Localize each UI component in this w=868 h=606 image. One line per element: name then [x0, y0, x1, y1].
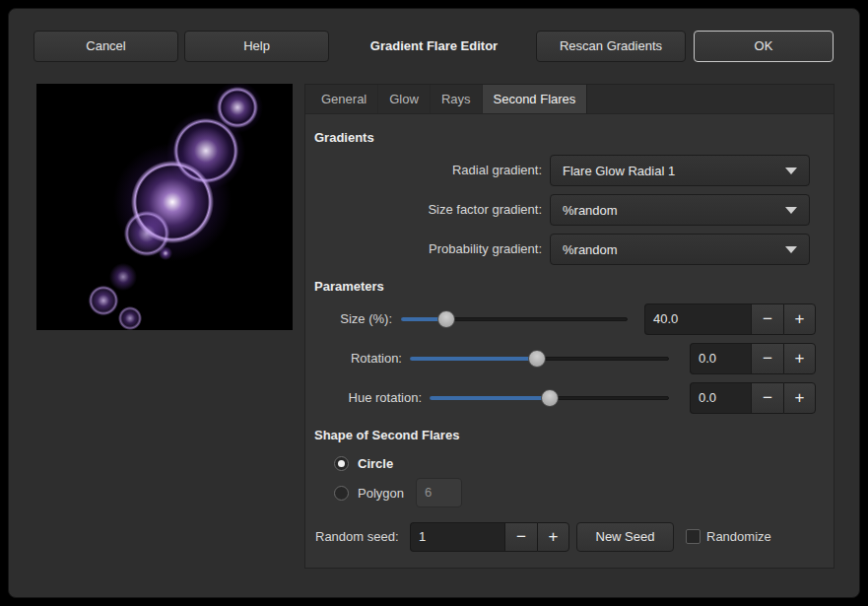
probability-gradient-label: Probability gradient:	[315, 234, 542, 265]
circle-radio[interactable]	[334, 456, 349, 471]
ok-button[interactable]: OK	[694, 31, 834, 62]
rotation-slider[interactable]	[410, 343, 669, 374]
flare-preview-image	[36, 84, 293, 330]
rotation-increment-button[interactable]: +	[783, 343, 816, 374]
hue-rotation-slider[interactable]	[430, 382, 669, 414]
size-value[interactable]: 40.0	[644, 303, 751, 335]
parameters-section-title: Parameters	[314, 279, 384, 294]
probability-gradient-value: %random	[563, 242, 618, 257]
chevron-down-icon	[785, 168, 797, 174]
random-seed-increment-button[interactable]: +	[537, 522, 569, 552]
gradients-section-title: Gradients	[314, 130, 374, 145]
rotation-decrement-button[interactable]: −	[751, 343, 783, 374]
slider-handle[interactable]	[528, 350, 546, 368]
radial-gradient-dropdown[interactable]: Flare Glow Radial 1	[550, 155, 810, 186]
slider-handle[interactable]	[541, 389, 559, 407]
size-increment-button[interactable]: +	[783, 303, 816, 335]
size-factor-gradient-value: %random	[563, 203, 618, 218]
rotation-label: Rotation:	[315, 343, 402, 374]
size-label: Size (%):	[315, 303, 392, 335]
size-slider[interactable]	[401, 303, 628, 335]
hue-rotation-increment-button[interactable]: +	[783, 382, 816, 414]
settings-panel: General Glow Rays Second Flares Gradient…	[304, 84, 835, 569]
randomize-checkbox[interactable]	[686, 529, 701, 544]
hue-rotation-label: Hue rotation:	[315, 382, 422, 414]
tab-glow[interactable]: Glow	[378, 85, 431, 113]
radial-gradient-value: Flare Glow Radial 1	[563, 164, 675, 178]
rotation-spinbox: 0.0 − +	[690, 343, 816, 374]
random-seed-label: Random seed:	[315, 522, 403, 552]
slider-fill	[430, 396, 550, 400]
rescan-gradients-button[interactable]: Rescan Gradients	[536, 31, 686, 62]
tab-second-flares[interactable]: Second Flares	[483, 85, 588, 113]
radial-gradient-label: Radial gradient:	[315, 155, 542, 186]
polygon-sides-field[interactable]: 6	[416, 478, 462, 507]
slider-handle[interactable]	[437, 310, 455, 328]
chevron-down-icon	[785, 207, 797, 214]
hue-rotation-decrement-button[interactable]: −	[751, 382, 783, 414]
random-seed-decrement-button[interactable]: −	[504, 522, 537, 552]
tab-bar: General Glow Rays Second Flares	[305, 85, 834, 114]
randomize-checkbox-label[interactable]: Randomize	[706, 529, 771, 544]
help-button[interactable]: Help	[184, 31, 329, 62]
new-seed-button[interactable]: New Seed	[576, 522, 674, 552]
polygon-radio-label[interactable]: Polygon	[358, 486, 404, 501]
size-factor-gradient-label: Size factor gradient:	[315, 194, 542, 226]
random-seed-value[interactable]: 1	[410, 522, 504, 552]
tab-rays[interactable]: Rays	[431, 85, 483, 113]
size-factor-gradient-dropdown[interactable]: %random	[550, 194, 810, 226]
circle-radio-label[interactable]: Circle	[358, 456, 393, 471]
slider-fill	[410, 357, 537, 361]
rotation-value[interactable]: 0.0	[690, 343, 751, 374]
random-seed-spinbox: 1 − +	[410, 522, 569, 552]
hue-rotation-spinbox: 0.0 − +	[690, 382, 816, 414]
probability-gradient-dropdown[interactable]: %random	[550, 234, 810, 265]
hue-rotation-value[interactable]: 0.0	[690, 382, 751, 414]
chevron-down-icon	[785, 246, 797, 253]
shape-section-title: Shape of Second Flares	[314, 428, 459, 442]
gradient-flare-editor-window: Cancel Help Gradient Flare Editor Rescan…	[8, 8, 860, 598]
cancel-button[interactable]: Cancel	[33, 31, 178, 62]
size-decrement-button[interactable]: −	[751, 303, 783, 335]
polygon-radio[interactable]	[334, 486, 349, 501]
size-spinbox: 40.0 − +	[644, 303, 816, 335]
tab-general[interactable]: General	[310, 85, 378, 113]
